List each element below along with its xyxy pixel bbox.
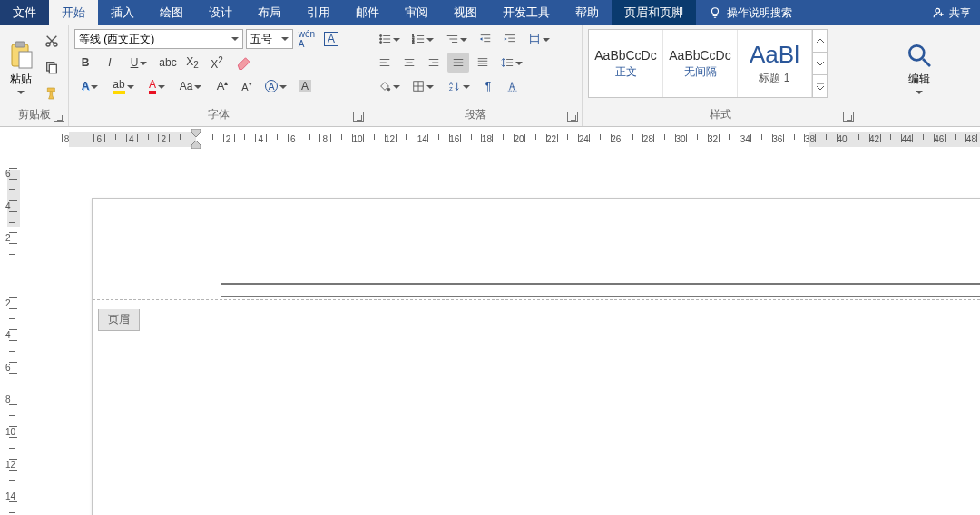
cut-button[interactable] <box>41 31 63 51</box>
change-case-button[interactable]: Aa <box>175 76 206 96</box>
chevron-down-icon <box>916 91 923 94</box>
text-effects-icon: A <box>82 80 90 92</box>
tell-me-search[interactable]: 操作说明搜索 <box>696 0 805 25</box>
tab-home[interactable]: 开始 <box>49 0 98 25</box>
borders-button[interactable] <box>407 76 438 96</box>
tab-references[interactable]: 引用 <box>294 0 343 25</box>
tab-draw[interactable]: 绘图 <box>147 0 196 25</box>
document-viewport[interactable]: 页眉 <box>24 152 980 515</box>
asian-layout-button[interactable] <box>524 29 554 49</box>
bold-button[interactable]: B <box>74 53 96 73</box>
text-effects-button[interactable]: A <box>74 76 105 96</box>
chevron-down-icon <box>158 85 165 89</box>
page: 页眉 <box>92 198 980 515</box>
align-right-button[interactable] <box>423 53 445 73</box>
gallery-up-button[interactable] <box>813 30 827 53</box>
copy-button[interactable] <box>41 57 63 77</box>
font-size-combo[interactable]: 五号 <box>246 29 293 49</box>
tab-design[interactable]: 设计 <box>196 0 245 25</box>
superscript-button[interactable]: X2 <box>206 53 228 73</box>
grow-font-button[interactable]: A▴ <box>211 76 233 96</box>
paint-bucket-icon <box>378 80 391 92</box>
styles-group-label: 样式 <box>588 105 852 126</box>
tab-layout[interactable]: 布局 <box>245 0 294 25</box>
styles-dialog-launcher[interactable] <box>843 112 854 122</box>
enclose-characters-button[interactable]: A <box>260 76 291 96</box>
svg-point-11 <box>380 38 382 40</box>
clear-formatting-button[interactable] <box>233 53 255 73</box>
paste-label: 粘贴 <box>10 72 32 87</box>
character-shading-button[interactable]: A <box>294 76 316 96</box>
chevron-down-icon <box>140 62 147 65</box>
svg-point-13 <box>380 41 382 43</box>
phonetic-guide-button[interactable]: wénA <box>296 29 318 49</box>
numbering-icon: 123 <box>412 33 425 45</box>
chevron-up-icon <box>817 38 824 44</box>
bullets-icon <box>378 33 391 45</box>
align-left-button[interactable] <box>374 53 396 73</box>
outdent-icon <box>479 33 492 45</box>
style-normal[interactable]: AaBbCcDc 正文 <box>589 30 663 97</box>
strike-icon: abc <box>159 56 176 69</box>
shrink-font-button[interactable]: A▾ <box>236 76 258 96</box>
paste-button[interactable]: 粘贴 <box>5 29 35 105</box>
style-heading-1[interactable]: AaBl 标题 1 <box>738 30 812 97</box>
paragraph-dialog-launcher[interactable] <box>567 112 578 122</box>
horizontal-ruler[interactable]: 8642246810121416182022242628303234363840… <box>24 127 980 152</box>
brush-icon <box>44 86 59 101</box>
header-area[interactable] <box>221 283 980 297</box>
vertical-ruler[interactable]: 64224681012141618202224 <box>0 152 24 515</box>
grid-icon <box>506 80 519 92</box>
show-marks-button[interactable]: ¶ <box>477 76 499 96</box>
tab-view[interactable]: 视图 <box>441 0 490 25</box>
sort-button[interactable]: AZ <box>444 76 475 96</box>
numbering-button[interactable]: 123 <box>407 29 438 49</box>
svg-rect-3 <box>15 42 24 47</box>
font-color-button[interactable]: A <box>142 76 172 96</box>
distributed-button[interactable] <box>472 53 494 73</box>
styles-gallery[interactable]: AaBbCcDc 正文 AaBbCcDc 无间隔 AaBl 标题 1 <box>588 29 828 98</box>
gallery-down-button[interactable] <box>813 53 827 75</box>
editing-button[interactable]: 编辑 <box>900 29 938 105</box>
align-center-button[interactable] <box>398 53 420 73</box>
tab-developer[interactable]: 开发工具 <box>490 0 563 25</box>
tab-review[interactable]: 审阅 <box>392 0 441 25</box>
asian-icon <box>528 33 541 45</box>
share-button[interactable]: 共享 <box>924 0 980 25</box>
superscript-icon: X2 <box>211 55 223 71</box>
paste-icon <box>6 41 35 70</box>
tab-mailings[interactable]: 邮件 <box>343 0 392 25</box>
bullets-button[interactable] <box>374 29 405 49</box>
border-a-icon: A <box>324 32 338 46</box>
snap-to-grid-button[interactable] <box>502 76 524 96</box>
svg-point-1 <box>936 8 940 13</box>
tab-header-footer[interactable]: 页眉和页脚 <box>612 0 696 25</box>
shading-button[interactable] <box>374 76 405 96</box>
strikethrough-button[interactable]: abc <box>157 53 179 73</box>
chevron-down-icon <box>281 37 289 41</box>
gallery-expand-button[interactable] <box>813 75 827 97</box>
line-spacing-button[interactable] <box>496 53 527 73</box>
tab-insert[interactable]: 插入 <box>98 0 147 25</box>
tab-file[interactable]: 文件 <box>0 0 49 25</box>
indent-marker[interactable] <box>191 129 201 138</box>
style-no-spacing[interactable]: AaBbCcDc 无间隔 <box>663 30 738 97</box>
character-border-button[interactable]: A <box>320 29 342 49</box>
align-justify-button[interactable] <box>447 53 469 73</box>
chevron-down-icon <box>463 85 470 89</box>
underline-button[interactable]: U <box>123 53 154 73</box>
svg-text:3: 3 <box>412 40 415 44</box>
more-icon <box>817 83 824 90</box>
font-dialog-launcher[interactable] <box>353 112 364 122</box>
chevron-down-icon <box>393 38 400 42</box>
increase-indent-button[interactable] <box>499 29 521 49</box>
multilevel-list-button[interactable] <box>441 29 472 49</box>
format-painter-button[interactable] <box>41 83 63 103</box>
tab-help[interactable]: 帮助 <box>563 0 612 25</box>
highlight-button[interactable]: ab <box>108 76 139 96</box>
clipboard-dialog-launcher[interactable] <box>54 112 64 122</box>
font-family-combo[interactable]: 等线 (西文正文) <box>74 29 243 49</box>
subscript-button[interactable]: X2 <box>181 53 203 73</box>
italic-button[interactable]: I <box>99 53 121 73</box>
decrease-indent-button[interactable] <box>475 29 496 49</box>
